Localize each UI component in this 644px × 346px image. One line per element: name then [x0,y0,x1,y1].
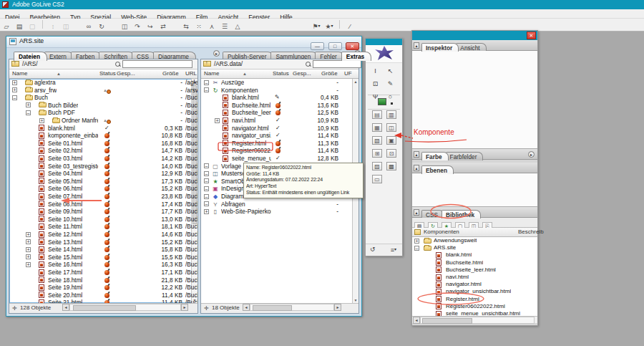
table-row[interactable]: Seite 09.html17,7 KB/Buch/S [9,208,190,216]
col-gesp[interactable]: Gesp... [293,69,311,78]
table-row[interactable]: Register06022...11,4 KB [201,147,351,155]
collapse-icon[interactable]: ▲ [414,165,419,171]
anchor-object-icon[interactable]: ▭ [372,175,382,183]
form-object-icon[interactable]: ▩ [386,162,396,170]
collapse-icon[interactable]: – [204,171,209,176]
tab-inspektor[interactable]: Inspektor [421,43,459,52]
table-row[interactable]: Seite 04.html12,9 KB/Buch/S [9,170,190,178]
collapse-icon[interactable]: – [204,194,209,199]
tab-farbe[interactable]: Farbe [421,152,449,160]
site-settings-icon[interactable]: ⁙ [193,21,205,32]
table-row[interactable]: Seite 18.html21,8 KB/Buch/S [9,277,190,284]
table-row[interactable]: Register.html11,3 KB [201,140,351,148]
table-row[interactable]: +Seite 14.html15,8 KB/Buch/S [9,246,190,254]
table-row[interactable]: –✂Auszüge- [201,79,351,87]
table-row[interactable]: Seite 03_testregiste...14,0 KB/Buch/S [9,163,190,170]
table-row[interactable]: Seite 01.html16,8 KB/Buch/S [9,140,190,148]
smartobject-icon[interactable]: ⊡ [386,149,396,158]
table-row[interactable]: –YAbfragen- [201,201,351,208]
scroll-up-icon[interactable]: ▲ [353,79,358,85]
image-object-icon[interactable]: ▧ [372,136,382,145]
swatch-menu-icon[interactable] [391,102,393,105]
collapse-icon[interactable]: – [204,178,209,183]
left-tab-menu-button[interactable]: ▸ [213,50,220,57]
collapse-icon[interactable]: – [204,201,209,206]
table-row[interactable]: navigator_unsi...11,4 KB [201,132,351,140]
link-check-icon[interactable]: ◫ [119,21,130,32]
tree-row[interactable]: blank.html [412,251,537,259]
col-status[interactable]: Status [273,69,289,78]
col-status[interactable]: Status [99,69,116,78]
text-edit-tool-icon[interactable]: I [368,67,383,76]
tree-row[interactable]: seite_menue_unsichtbar.html [412,310,537,316]
expand-icon[interactable]: + [215,118,220,123]
collapse-icon[interactable]: ▲ [414,151,419,158]
col-url[interactable]: UF [344,69,352,78]
find-icon[interactable]: ∞ [83,21,94,32]
object-selection-tool-icon[interactable]: ⊡ [368,80,383,89]
col-url[interactable]: URL [185,69,197,78]
table-row[interactable]: +Seite 13.html15,2 KB/Buch/S [9,239,190,246]
table-row[interactable]: Seite 03.html14,2 KB/Buch/S [9,155,190,163]
table-row[interactable]: –↻Komponenten- [201,87,351,95]
table-row[interactable]: +Seite 12.html14,6 KB/Buch/S [9,231,190,239]
table-row[interactable]: Seite 08.html17,4 KB/Buch/S [9,201,190,208]
expand-icon[interactable]: + [204,209,209,214]
table-row[interactable]: +navi.html10,9 KB [201,117,351,125]
table-row[interactable]: +aglextra-/aglextr [9,79,190,87]
search-input[interactable] [122,60,192,68]
expand-icon[interactable]: + [26,102,31,107]
table-row[interactable]: Buchseite_leer....12,5 KB [201,109,351,117]
table-row[interactable]: Seite 10.html13,0 KB/Buch/S [9,216,190,224]
expand-icon[interactable]: + [26,262,31,267]
table-row[interactable]: Buchseite.html13,6 KB [201,102,351,110]
tab-dateien[interactable]: Dateien [14,52,47,61]
tree-row[interactable]: Register06022022.html [412,303,537,310]
tab-farbfelder[interactable]: Farbfelder [446,152,484,160]
table-row[interactable]: Seite 02.html14,7 KB/Buch/S [9,147,190,155]
line-object-icon[interactable]: ▨ [372,162,382,170]
rotate-palette-icon[interactable]: ↺ [370,245,376,254]
col-gesp[interactable]: Gesp... [117,69,135,78]
palette-menu-icon[interactable]: ≡▾ [391,245,396,255]
open-folder-icon[interactable]: ▱ [1,21,12,32]
expand-icon[interactable]: + [414,239,419,244]
collapse-icon[interactable]: – [204,87,209,92]
tree-row[interactable]: navi.html [412,274,537,281]
hierarchy-icon[interactable]: ⋏ [206,21,218,32]
hscroll-left-icon[interactable]: ◂ [413,317,420,324]
hscroll-right-icon[interactable]: ▸ [181,304,188,311]
table-row[interactable]: Seite 19.html12,2 KB/Buch/S [9,284,190,292]
panel-titlebar[interactable]: ✕ [412,31,537,40]
table-row[interactable]: +arsv_frw-/arsv_fr [9,87,190,95]
in-out-links-icon[interactable]: ⇄ [157,21,169,32]
import-icon[interactable]: ↕ [47,21,59,32]
layout-textbox-object-icon[interactable]: ▥ [386,110,396,119]
table-row[interactable]: blank.html0,3 KB/Buch/b [9,125,190,133]
tree-row[interactable]: Buchseite.html [412,259,537,266]
warning-icon[interactable]: △ [232,21,243,32]
publish-icon[interactable]: ⚑▾ [311,21,322,31]
expand-icon[interactable]: + [12,87,17,92]
tree-row[interactable]: navigator_unsichtbar.html [412,288,537,295]
list-icon[interactable]: ☰ [219,21,230,32]
components-folder-icon[interactable] [414,229,421,235]
expand-icon[interactable]: + [39,118,44,123]
collapse-icon[interactable]: – [12,95,17,100]
collapse-icon[interactable]: – [204,163,209,168]
tree-row[interactable]: Register.html [412,296,537,303]
layer-object-icon[interactable]: ◫ [386,123,396,132]
collapse-icon[interactable]: ▲ [414,209,419,216]
edit-slash-icon[interactable]: ⁄ [344,21,356,32]
table-row[interactable]: +Seite 15.html15,5 KB/Buch/S [9,254,190,261]
collapse-icon[interactable]: – [204,80,209,85]
table-row[interactable]: Seite 05.html17,3 KB/Buch/S [9,178,190,186]
folder-up-icon[interactable] [11,61,19,67]
table-row[interactable]: +Buch Bilder-/Buch/B [9,102,190,110]
expand-icon[interactable]: + [26,239,31,244]
expand-icon[interactable]: + [26,247,31,252]
table-row[interactable]: blank.html0,4 KB [201,94,351,102]
expand-icon[interactable]: + [12,80,17,85]
site-window-titlebar[interactable]: ARS.site — □ ✕ [6,37,361,48]
tree-row[interactable]: navigator.html [412,281,537,288]
